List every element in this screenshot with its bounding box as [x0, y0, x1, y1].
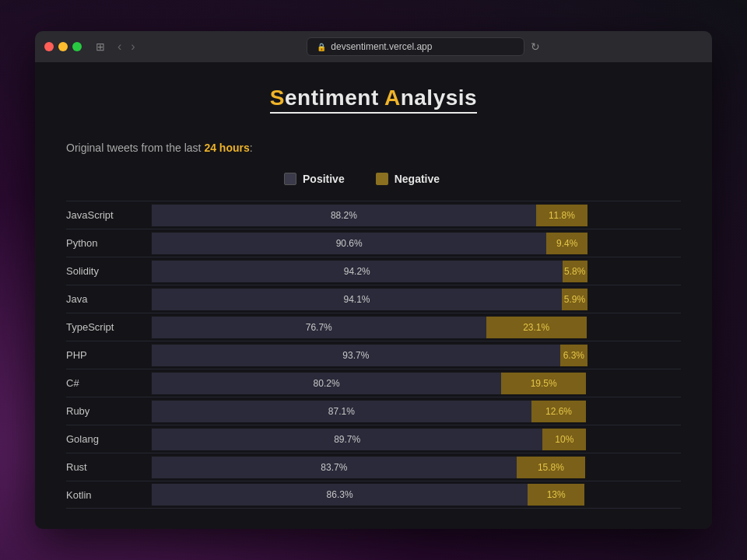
lang-label: Rust — [66, 461, 152, 473]
negative-bar: 23.1% — [486, 317, 587, 338]
subtitle: Original tweets from the last 24 hours: — [66, 142, 681, 154]
positive-label: Positive — [303, 173, 345, 185]
legend-positive: Positive — [284, 173, 345, 185]
positive-bar: 76.7% — [152, 317, 486, 338]
table-row: TypeScript 76.7% 23.1% — [66, 313, 681, 341]
lang-label: TypeScript — [66, 321, 152, 333]
bar-area: 76.7% 23.1% — [152, 317, 681, 338]
negative-bar: 15.8% — [517, 457, 585, 478]
sidebar-toggle-icon[interactable]: ⊞ — [96, 40, 105, 53]
lang-label: C# — [66, 377, 152, 389]
title-a: A — [384, 86, 401, 110]
bar-area: 93.7% 6.3% — [152, 345, 681, 366]
positive-bar: 83.7% — [152, 457, 517, 478]
positive-bar: 94.2% — [152, 261, 563, 282]
page-content: Sentiment Analysis Original tweets from … — [35, 62, 712, 529]
positive-bar: 89.7% — [152, 429, 542, 450]
title-mid2: nalysis — [401, 86, 477, 110]
table-row: Kotlin 86.3% 13% — [66, 481, 681, 509]
subtitle-after: : — [250, 142, 253, 154]
table-row: Solidity 94.2% 5.8% — [66, 257, 681, 285]
table-row: Java 94.1% 5.9% — [66, 285, 681, 313]
table-row: Rust 83.7% 15.8% — [66, 453, 681, 481]
refresh-button[interactable]: ↻ — [531, 40, 540, 53]
bar-area: 89.7% 10% — [152, 429, 681, 450]
table-row: Ruby 87.1% 12.6% — [66, 397, 681, 425]
title-s: S — [270, 86, 285, 110]
positive-bar: 87.1% — [152, 401, 531, 422]
forward-button[interactable]: › — [128, 38, 138, 55]
bar-area: 94.2% 5.8% — [152, 261, 681, 282]
negative-bar: 5.9% — [562, 289, 587, 310]
positive-bar: 90.6% — [152, 233, 546, 254]
table-row: Python 90.6% 9.4% — [66, 229, 681, 257]
positive-bar: 80.2% — [152, 373, 501, 394]
bar-area: 80.2% 19.5% — [152, 373, 681, 394]
lang-label: PHP — [66, 349, 152, 361]
bar-area: 86.3% 13% — [152, 484, 681, 506]
lang-label: Python — [66, 237, 152, 249]
nav-buttons: ‹ › — [114, 38, 139, 55]
positive-bar: 88.2% — [152, 205, 536, 226]
subtitle-hours: 24 hours — [204, 142, 249, 154]
title-bar: ⊞ ‹ › 🔒 devsentiment.vercel.app ↻ — [35, 31, 712, 62]
maximize-button[interactable] — [72, 42, 82, 51]
table-row: C# 80.2% 19.5% — [66, 369, 681, 397]
url-text: devsentiment.vercel.app — [331, 41, 432, 52]
bar-area: 88.2% 11.8% — [152, 205, 681, 226]
lang-label: Ruby — [66, 405, 152, 417]
subtitle-before: Original tweets from the last — [66, 142, 204, 154]
negative-label: Negative — [395, 173, 440, 185]
lang-label: Java — [66, 293, 152, 305]
table-row: JavaScript 88.2% 11.8% — [66, 201, 681, 229]
negative-bar: 5.8% — [563, 261, 587, 282]
lang-label: Kotlin — [66, 489, 152, 501]
back-button[interactable]: ‹ — [114, 38, 124, 55]
chart-container: JavaScript 88.2% 11.8% Python 90.6% 9.4% — [66, 201, 681, 509]
bar-area: 90.6% 9.4% — [152, 233, 681, 254]
negative-bar: 12.6% — [531, 401, 587, 422]
lang-label: JavaScript — [66, 209, 152, 221]
negative-swatch — [376, 173, 388, 185]
negative-bar: 6.3% — [560, 345, 587, 366]
bar-area: 83.7% 15.8% — [152, 457, 681, 478]
negative-bar: 10% — [542, 429, 586, 450]
address-bar-area: 🔒 devsentiment.vercel.app ↻ — [145, 37, 703, 56]
positive-bar: 94.1% — [152, 289, 562, 310]
close-button[interactable] — [44, 42, 54, 51]
negative-bar: 9.4% — [546, 233, 587, 254]
address-bar[interactable]: 🔒 devsentiment.vercel.app — [307, 37, 524, 56]
legend: Positive Negative — [66, 173, 681, 185]
minimize-button[interactable] — [58, 42, 68, 51]
table-row: Golang 89.7% 10% — [66, 425, 681, 453]
lang-label: Golang — [66, 433, 152, 445]
negative-bar: 13% — [528, 484, 584, 506]
lock-icon: 🔒 — [317, 43, 326, 51]
positive-bar: 93.7% — [152, 345, 560, 366]
negative-bar: 19.5% — [501, 373, 586, 394]
title-mid1: entiment — [285, 86, 384, 110]
bar-area: 94.1% 5.9% — [152, 289, 681, 310]
page-title: Sentiment Analysis — [270, 86, 477, 114]
table-row: PHP 93.7% 6.3% — [66, 341, 681, 369]
lang-label: Solidity — [66, 265, 152, 277]
positive-bar: 86.3% — [152, 484, 528, 506]
legend-negative: Negative — [376, 173, 440, 185]
positive-swatch — [284, 173, 296, 185]
bar-area: 87.1% 12.6% — [152, 401, 681, 422]
negative-bar: 11.8% — [536, 205, 587, 226]
browser-window: ⊞ ‹ › 🔒 devsentiment.vercel.app ↻ Sentim… — [35, 31, 712, 529]
traffic-lights — [44, 42, 82, 51]
